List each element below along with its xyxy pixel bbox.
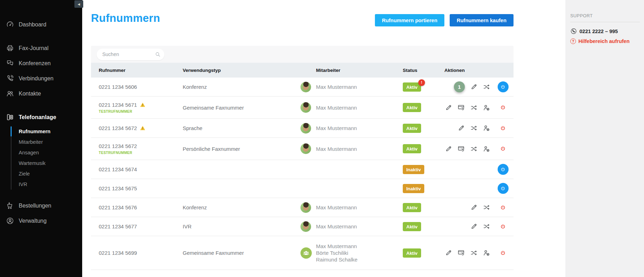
status-cell: Inaktiv [403,165,444,174]
support-panel: SUPPORT 0221 2222 – 995 ? Hilfebereich a… [565,0,644,277]
table-row: 0221 1234 5671TESTRUFNUMMERGemeinsame Fa… [91,97,514,119]
testrufnummer-tag: TESTRUFNUMMER [99,110,183,113]
deactivate-button[interactable] [498,123,509,134]
shuffle-icon[interactable] [470,124,478,132]
sidebar-item-telefonanlage[interactable]: Telefonanlage [0,110,82,125]
sidebar-item-verwaltung[interactable]: Verwaltung [0,213,82,228]
fax-device-icon[interactable] [457,145,465,153]
sidebar-item-label: Verwaltung [19,218,47,224]
sidebar-item-kontakte[interactable]: Kontakte [0,86,82,101]
header-actions: Rufnummern portieren Rufnummern kaufen [375,14,514,26]
rufnummer-cell: 0221 1234 5672 [91,125,183,131]
status-badge: Inaktiv [403,184,424,193]
phone-number: 0221 1234 5672 [99,143,137,149]
submenu-item-rufnummern[interactable]: Rufnummern [11,126,82,137]
status-cell: Inaktiv [403,184,444,193]
sidebar-item-bestellungen[interactable]: Bestellungen [0,198,82,213]
shuffle-icon[interactable] [483,204,490,211]
sidebar-item-label: Telefonanlage [19,114,56,121]
sidebar-item-verbindungen[interactable]: Verbindungen [0,71,82,86]
activate-button[interactable] [498,81,509,92]
usage-type: Persönliche Faxnummer [183,146,296,152]
shuffle-icon[interactable] [483,223,490,230]
col-header-rufnummer: Rufnummer [91,68,183,73]
shuffle-icon[interactable] [470,145,478,153]
edit-icon[interactable] [470,223,478,230]
status-cell: Aktiv [403,222,444,231]
status-alert-icon: ! [418,79,425,86]
fax-device-icon[interactable] [457,104,465,111]
deactivate-button[interactable] [498,202,509,213]
sidebar-item-label: Bestellungen [19,203,51,209]
deactivate-button[interactable] [498,221,509,232]
warning-icon [140,102,146,108]
assign-employee-icon[interactable] [483,124,490,132]
actions-cell [444,223,492,230]
user-circle-icon [6,217,14,225]
deactivate-button[interactable] [498,143,509,154]
deactivate-button[interactable] [498,102,509,113]
printer-icon [6,44,14,52]
rufnummer-cell: 0221 1234 5676 [91,204,183,210]
sidebar-item-fax-journal[interactable]: Fax-Journal [0,41,82,56]
shuffle-icon[interactable] [470,104,478,111]
testrufnummer-tag: TESTRUFNUMMER [99,151,183,155]
submenu-item-ansagen[interactable]: Ansagen [11,147,82,158]
rufnummer-cell: 0221 1234 5675 [91,185,183,191]
assign-employee-icon[interactable] [483,104,490,111]
avatar-cell [296,247,316,259]
actions-cell [444,145,492,153]
sidebar-item-konferenzen[interactable]: Konferenzen [0,56,82,71]
sidebar-item-dashboard[interactable]: Dashboard [0,17,82,32]
main-content: Rufnummern Rufnummern portieren Rufnumme… [82,0,565,277]
deactivate-button[interactable] [498,247,509,258]
submenu-item-ziele[interactable]: Ziele [11,168,82,179]
fax-device-icon[interactable] [457,249,465,257]
port-numbers-button[interactable]: Rufnummern portieren [375,14,444,26]
edit-icon[interactable] [445,145,452,153]
employee-name: Max Mustermann [316,223,403,230]
employee-avatar [300,221,311,232]
shuffle-icon[interactable] [470,249,478,257]
status-badge: Aktiv [403,144,421,153]
phone-number: 0221 1234 5699 [99,250,137,256]
numbers-table: Rufnummer Verwendungstyp Mitarbeiter Sta… [91,46,514,270]
employee-avatar [300,143,311,154]
submenu-item-wartemusik[interactable]: Wartemusik [11,158,82,168]
submenu-item-mitarbeiter[interactable]: Mitarbeiter [11,137,82,147]
submenu-item-ivr[interactable]: IVR [11,179,82,190]
assign-employee-icon[interactable] [483,249,490,257]
usage-type: Gemeinsame Faxnummer [183,105,296,111]
table-row: 0221 1234 5674Inaktiv [91,160,514,179]
phone-waves-icon [6,74,14,82]
sidebar-item-label: Dashboard [19,21,46,28]
employee-name: Börte Tschiliki [316,250,403,256]
activate-button[interactable] [498,164,509,175]
usage-type: Sprache [183,125,296,131]
edit-icon[interactable] [470,204,478,211]
status-cell: Aktiv [403,144,444,153]
sidebar-nav: DashboardFax-JournalKonferenzenVerbindun… [0,0,82,228]
activate-button[interactable] [498,183,509,194]
usage-type: Konferenz [183,204,296,210]
actions-cell [444,249,492,257]
buy-numbers-button[interactable]: Rufnummern kaufen [450,14,514,26]
status-badge: Inaktiv [403,165,424,174]
help-link-label: Hilfebereich aufrufen [578,38,630,44]
edit-icon[interactable] [470,83,478,91]
actions-cell [444,124,492,132]
sidebar-item-label: Verbindungen [19,75,54,82]
table-row: 0221 1234 5699Gemeinsame FaxnummerMax Mu… [91,236,514,270]
avatar-cell [296,221,316,232]
edit-icon[interactable] [445,249,452,257]
employee-cell: Max Mustermann [316,84,403,90]
edit-icon[interactable] [445,104,452,111]
search-icon [154,51,161,58]
sidebar-collapse-button[interactable]: ◀ [74,0,83,8]
help-link[interactable]: ? Hilfebereich aufrufen [570,38,640,44]
status-badge: Aktiv [403,124,421,133]
shuffle-icon[interactable] [483,83,490,91]
employee-cell: Max MustermannBörte TschilikiRaimund Sch… [316,243,403,263]
edit-icon[interactable] [457,124,465,132]
assign-employee-icon[interactable] [483,145,490,153]
